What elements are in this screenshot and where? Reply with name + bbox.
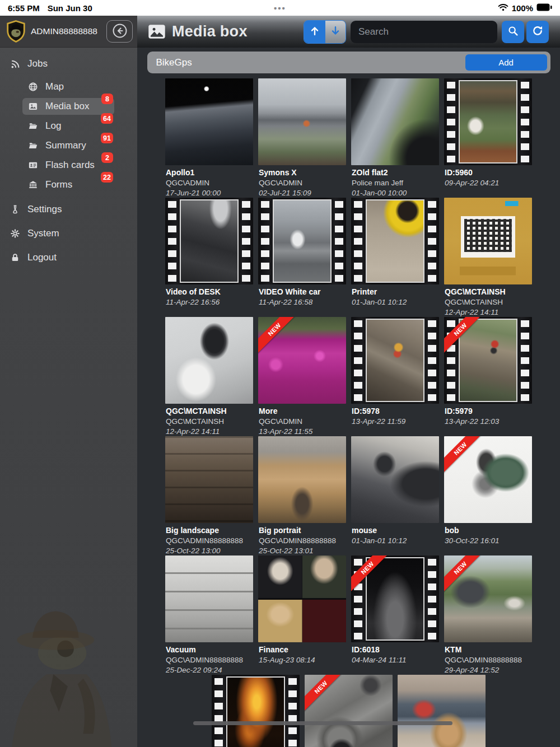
media-item-title: More (259, 406, 346, 417)
back-button[interactable] (106, 20, 133, 43)
media-item-caption: QGC\MCTAINSHQGC\MCTAINSH12-Apr-22 14:11 (444, 287, 532, 318)
new-ribbon: NEW (444, 555, 483, 595)
idcard-icon (27, 160, 39, 171)
media-item-date: 25-Oct-22 13:01 (259, 546, 346, 556)
sort-descending-button[interactable] (325, 21, 346, 43)
media-item-date: 17-Jun-21 00:00 (166, 188, 253, 198)
media-item-thumbnail[interactable] (444, 78, 532, 165)
sidebar-item-label: Log (45, 120, 61, 132)
new-ribbon: NEW (351, 555, 390, 595)
media-item-thumbnail[interactable] (165, 436, 253, 523)
page-title: Media box (172, 23, 248, 40)
sidebar-item-label: Forms (45, 179, 72, 190)
media-item-thumbnail[interactable] (165, 555, 253, 642)
sort-direction-toggle (304, 20, 346, 44)
search-input[interactable] (351, 21, 497, 43)
sidebar-item-forms[interactable]: Forms22 (22, 176, 114, 193)
media-item-thumbnail[interactable]: NEW (258, 317, 346, 404)
sidebar-footer: SettingsSystemLogout (0, 200, 137, 267)
media-item-caption: Big portraitQGC\ADMIN8888888825-Oct-22 1… (258, 525, 346, 556)
media-item-thumbnail[interactable]: NEW (444, 317, 532, 404)
media-item-user: QGC\MCTAINSH (166, 417, 253, 427)
media-item-thumbnail[interactable] (165, 78, 253, 165)
media-item: NEWMoreQGC\ADMIN13-Apr-22 11:55 (258, 317, 346, 436)
arrow-down-icon (329, 25, 342, 39)
media-item-thumbnail[interactable] (258, 436, 346, 523)
flask-icon (9, 204, 21, 215)
media-item-thumbnail[interactable] (351, 78, 439, 165)
bank-icon (27, 179, 39, 190)
media-item: NEW (305, 675, 393, 747)
media-item: NEWKTMQGC\ADMIN8888888829-Apr-24 12:52 (444, 555, 532, 675)
media-item-date: 11-Apr-22 16:58 (259, 297, 346, 307)
thumbnail-image (165, 78, 253, 165)
media-item-date: 15-Aug-23 08:14 (259, 655, 346, 665)
search-icon (507, 25, 519, 39)
media-item-thumbnail[interactable]: NEW (351, 555, 439, 642)
media-item-caption: ID:596009-Apr-22 04:21 (444, 167, 532, 188)
unread-count-badge: 22 (101, 172, 113, 183)
media-item-thumbnail[interactable] (165, 317, 253, 404)
media-grid: Apollo1QGC\ADMIN17-Jun-21 00:00Symons XQ… (137, 78, 560, 747)
media-item-thumbnail[interactable] (212, 675, 300, 747)
add-button[interactable]: Add (465, 54, 547, 71)
media-item-date: 01-Jan-01 10:12 (352, 536, 439, 546)
media-item: VIDEO White car11-Apr-22 16:58 (258, 198, 346, 317)
refresh-button[interactable] (526, 21, 549, 43)
media-item-date: 09-Apr-22 04:21 (445, 178, 532, 188)
sidebar-item-label: Flash cards (45, 160, 95, 171)
sidebar-item-logout[interactable]: Logout (0, 248, 137, 267)
media-item: ZOld flat2Police man Jeff01-Jan-00 10:00 (351, 78, 439, 198)
media-item-caption: Printer01-Jan-01 10:12 (351, 287, 439, 307)
media-item-date: 25-Oct-22 13:00 (166, 546, 253, 556)
sidebar-section-jobs[interactable]: Jobs (0, 54, 137, 73)
sidebar-item-summary[interactable]: Summary91 (22, 137, 114, 154)
status-bar: 6:55 PM Sun Jun 30 ••• 100% (0, 0, 560, 16)
content-area: BikeGps Add Apollo1QGC\ADMIN17-Jun-21 00… (137, 48, 560, 747)
sidebar-item-flash-cards[interactable]: Flash cards2 (22, 157, 114, 174)
refresh-icon (531, 25, 544, 39)
unread-count-badge: 91 (101, 133, 113, 143)
media-item-thumbnail[interactable]: NEW (444, 436, 532, 523)
sidebar-subitems: MapMedia box8Log64Summary91Flash cards2F… (22, 78, 114, 193)
new-ribbon: NEW (305, 675, 344, 714)
sidebar-item-media-box[interactable]: Media box8 (22, 98, 114, 115)
media-item-thumbnail[interactable] (398, 675, 486, 747)
battery-percent: 100% (512, 3, 533, 13)
thumbnail-image (226, 676, 285, 747)
header-main: Media box (137, 16, 560, 48)
media-item-thumbnail[interactable] (351, 317, 439, 404)
media-item-thumbnail[interactable]: NEW (444, 555, 532, 642)
sidebar-item-settings[interactable]: Settings (0, 200, 137, 219)
media-item: NEWbob30-Oct-22 16:01 (444, 436, 532, 555)
media-item-caption: Big landscapeQGC\ADMIN8888888825-Oct-22 … (165, 525, 253, 556)
media-item-date: 13-Apr-22 12:03 (445, 417, 532, 427)
sidebar-item-log[interactable]: Log64 (22, 118, 114, 134)
media-item-thumbnail[interactable] (258, 78, 346, 165)
new-ribbon: NEW (258, 317, 297, 356)
thumbnail-image (351, 436, 439, 523)
group-name: BikeGps (156, 57, 192, 68)
media-item: Symons XQGC\ADMIN02-Jul-21 15:09 (258, 78, 346, 198)
horizontal-scrollbar[interactable] (193, 721, 452, 725)
sidebar-item-system[interactable]: System (0, 224, 137, 243)
media-item-thumbnail[interactable] (165, 198, 253, 284)
media-item-thumbnail[interactable] (444, 198, 532, 284)
media-item-caption: Video of DESK11-Apr-22 16:56 (165, 287, 253, 307)
media-item: ID:596009-Apr-22 04:21 (444, 78, 532, 198)
unread-count-badge: 8 (101, 94, 113, 104)
media-item-user: QGC\ADMIN88888888 (445, 655, 532, 665)
media-item-thumbnail[interactable] (258, 555, 346, 642)
media-item-title: mouse (352, 525, 439, 536)
sidebar-item-map[interactable]: Map (22, 78, 114, 95)
media-item-thumbnail[interactable] (351, 198, 439, 284)
media-item: NEWID:597913-Apr-22 12:03 (444, 317, 532, 436)
search-button[interactable] (502, 21, 524, 43)
media-item-thumbnail[interactable]: NEW (305, 675, 393, 747)
media-item: QGC\MCTAINSHQGC\MCTAINSH12-Apr-22 14:11 (165, 317, 253, 436)
rss-icon (9, 58, 21, 69)
sort-ascending-button[interactable] (304, 21, 325, 43)
media-item-title: ID:5978 (352, 406, 439, 417)
media-item-thumbnail[interactable] (258, 198, 346, 284)
media-item-thumbnail[interactable] (351, 436, 439, 523)
